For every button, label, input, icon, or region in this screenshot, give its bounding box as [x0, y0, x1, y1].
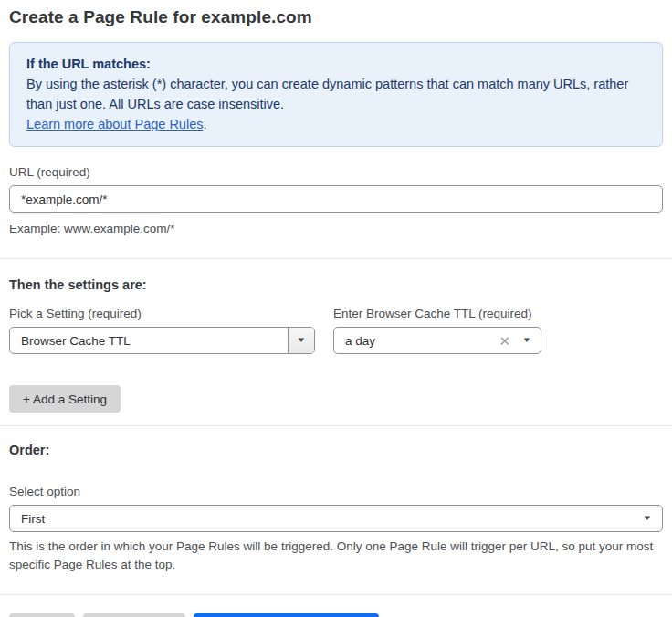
save-and-deploy-button[interactable]: Save and Deploy Page Rule: [194, 613, 380, 617]
page-title: Create a Page Rule for example.com: [9, 7, 663, 27]
learn-more-link[interactable]: Learn more about Page Rules: [26, 117, 203, 131]
settings-row: Pick a Setting (required) Browser Cache …: [9, 292, 663, 354]
info-box-heading: If the URL matches:: [26, 54, 646, 74]
url-example-helper: Example: www.example.com/*: [9, 220, 663, 238]
order-select[interactable]: First ▼: [9, 505, 663, 532]
order-helper-text: This is the order in which your Page Rul…: [9, 538, 663, 574]
info-box-body: By using the asterisk (*) character, you…: [26, 74, 646, 114]
order-select-label: Select option: [9, 485, 663, 498]
ttl-picker-select[interactable]: a day ✕ ▼: [333, 327, 541, 354]
divider: [0, 258, 672, 259]
setting-picker-value: Browser Cache TTL: [10, 334, 131, 348]
ttl-picker-label: Enter Browser Cache TTL (required): [333, 307, 541, 320]
setting-picker-arrow-button[interactable]: ▼: [288, 328, 314, 353]
setting-picker-select[interactable]: Browser Cache TTL ▼: [9, 327, 315, 354]
chevron-down-icon: ▼: [297, 337, 307, 344]
divider: [0, 594, 672, 595]
info-box-link-row: Learn more about Page Rules.: [26, 114, 646, 134]
chevron-down-icon: ▼: [522, 337, 532, 344]
order-section-heading: Order:: [9, 443, 663, 457]
chevron-down-icon: ▼: [643, 515, 653, 522]
add-setting-button[interactable]: + Add a Setting: [9, 385, 121, 413]
setting-picker-label: Pick a Setting (required): [9, 307, 315, 320]
order-select-value: First: [10, 512, 45, 526]
url-match-info-box: If the URL matches: By using the asteris…: [9, 42, 663, 147]
url-input[interactable]: [9, 185, 663, 213]
page-rule-form: Create a Page Rule for example.com If th…: [0, 0, 672, 617]
ttl-picker-column: Enter Browser Cache TTL (required) a day…: [333, 292, 541, 354]
ttl-picker-value: a day: [334, 334, 375, 348]
footer-buttons: Cancel Save as Draft Save and Deploy Pag…: [9, 613, 663, 617]
setting-picker-column: Pick a Setting (required) Browser Cache …: [9, 292, 315, 354]
ttl-picker-icons: ✕ ▼: [499, 334, 541, 348]
order-select-icons: ▼: [644, 515, 662, 522]
clear-icon[interactable]: ✕: [499, 334, 511, 348]
cancel-button[interactable]: Cancel: [9, 613, 75, 617]
divider: [0, 425, 672, 426]
save-as-draft-button[interactable]: Save as Draft: [83, 613, 185, 617]
url-field-label: URL (required): [9, 165, 663, 179]
link-suffix: .: [203, 117, 206, 131]
settings-section-heading: Then the settings are:: [9, 277, 663, 292]
